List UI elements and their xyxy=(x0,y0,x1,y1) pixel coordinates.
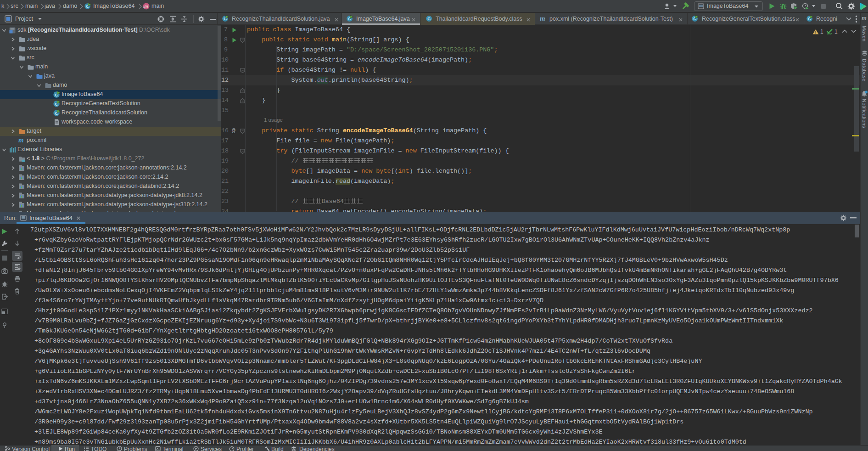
svg-text:C: C xyxy=(427,17,431,21)
svg-text:m: m xyxy=(144,4,148,9)
